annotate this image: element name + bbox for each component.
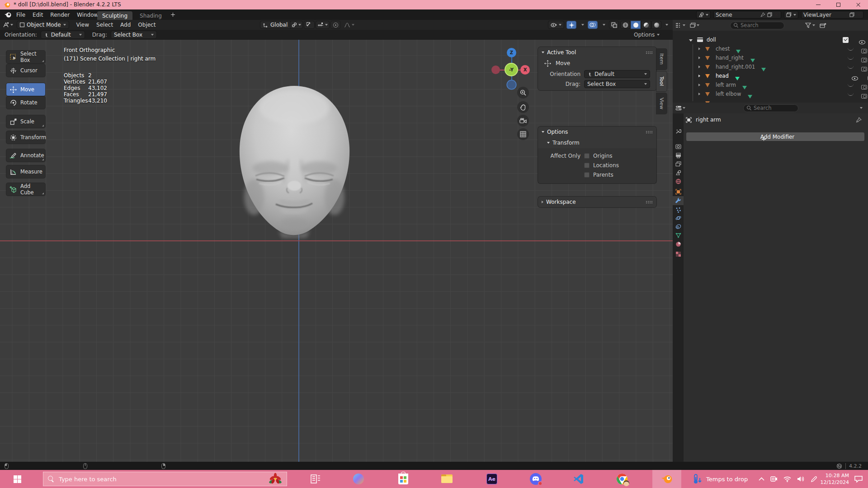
properties-tab-object[interactable]	[673, 187, 684, 196]
add-workspace-button[interactable]	[171, 12, 175, 18]
panel-orientation-dropdown[interactable]: Default	[584, 70, 650, 78]
editor-type-button[interactable]	[3, 22, 13, 28]
taskbar-app-discord[interactable]	[525, 470, 547, 488]
menu-edit[interactable]: Edit	[29, 9, 47, 20]
outliner-search-input[interactable]	[741, 22, 777, 28]
overlays-dropdown[interactable]	[599, 21, 609, 29]
outliner-display-mode-dropdown[interactable]	[690, 23, 699, 28]
taskbar-app-chrome[interactable]	[611, 470, 633, 488]
outliner-row-left-arm[interactable]: left arm	[673, 80, 868, 89]
zoom-button[interactable]	[517, 87, 529, 99]
start-button[interactable]	[6, 470, 28, 488]
tool-annotate[interactable]: Annotate	[6, 149, 45, 162]
tool-measure[interactable]: Measure	[6, 165, 45, 178]
taskbar-clock[interactable]: 10:28 AM 12/12/2024	[821, 472, 849, 486]
gizmo-z-negative[interactable]	[507, 80, 516, 89]
active-tool-panel-header[interactable]: Active Tool	[538, 47, 656, 58]
properties-tab-constraints[interactable]	[673, 222, 684, 231]
transform-subpanel-header[interactable]: Transform	[538, 137, 656, 148]
orientation-dropdown[interactable]: Default	[41, 31, 85, 39]
mode-dropdown[interactable]: Object Mode	[17, 21, 69, 29]
workspace-panel-header[interactable]: Workspace	[538, 197, 656, 207]
gizmo-y-negative-front[interactable]: -Y	[505, 64, 517, 75]
properties-tab-material[interactable]	[673, 239, 684, 249]
taskbar-app-file-explorer[interactable]	[436, 470, 458, 488]
remove-viewlayer-icon[interactable]	[857, 13, 861, 17]
visibility-eye-icon[interactable]	[859, 40, 865, 44]
viewport-canvas[interactable]: Select Box Cursor Move Rotate Scale Tran…	[0, 40, 673, 462]
shading-solid-button[interactable]	[631, 21, 641, 29]
expand-icon[interactable]	[698, 84, 700, 86]
drag-dots-icon[interactable]	[646, 131, 653, 134]
taskbar-app-blender[interactable]	[652, 470, 681, 488]
gizmo-z-positive[interactable]: Z	[507, 48, 516, 57]
outliner-filter-dropdown[interactable]	[805, 23, 815, 28]
origins-checkbox[interactable]	[584, 153, 590, 159]
gizmos-toggle[interactable]	[566, 21, 576, 29]
selectability-visibility-dropdown[interactable]	[548, 21, 564, 29]
tool-cursor[interactable]: Cursor	[6, 64, 45, 77]
sculpted-head-mesh[interactable]	[234, 84, 355, 240]
viewlayer-name-field[interactable]: ViewLayer	[801, 11, 863, 19]
tool-move[interactable]: Move	[6, 83, 45, 96]
pen-icon[interactable]	[811, 476, 817, 483]
hidden-eye-icon[interactable]	[848, 56, 854, 60]
view-menu[interactable]: View	[73, 20, 93, 30]
chevron-down-icon[interactable]	[860, 107, 863, 109]
new-scene-icon[interactable]	[767, 12, 772, 17]
add-menu[interactable]: Add	[117, 20, 134, 30]
expand-icon[interactable]	[698, 56, 700, 59]
taskbar-weather[interactable]: Temps to drop	[693, 470, 748, 488]
drag-dots-icon[interactable]	[646, 201, 653, 204]
taskbar-search-input[interactable]	[59, 476, 231, 483]
scene-name-field[interactable]: Scene	[713, 11, 781, 19]
taskbar-app-microsoft-store[interactable]	[392, 470, 414, 488]
tray-meet-now-icon[interactable]	[770, 475, 778, 483]
outliner-row-chest[interactable]: chest	[673, 44, 868, 53]
snap-settings-dropdown[interactable]	[316, 21, 330, 29]
taskbar-app-copilot[interactable]	[348, 470, 369, 488]
properties-tab-render[interactable]	[673, 142, 684, 151]
maximize-button[interactable]	[828, 0, 848, 9]
properties-tab-object-data[interactable]	[673, 231, 684, 240]
gizmos-dropdown[interactable]	[578, 21, 588, 29]
tool-add-cube[interactable]: Add Cube	[6, 183, 45, 196]
outliner-row-hand-right[interactable]: hand_right	[673, 53, 868, 62]
pin-icon[interactable]	[856, 117, 862, 123]
navigation-gizmo[interactable]: Z X -Y	[491, 47, 534, 90]
visibility-eye-icon[interactable]	[852, 76, 858, 80]
expand-icon[interactable]	[698, 75, 700, 77]
select-menu[interactable]: Select	[93, 20, 117, 30]
overlays-toggle[interactable]	[588, 21, 598, 29]
outliner-editor-type-button[interactable]	[675, 23, 685, 28]
properties-tab-view-layer[interactable]	[673, 160, 684, 169]
properties-tab-world[interactable]	[673, 177, 684, 186]
panel-drag-dropdown[interactable]: Select Box	[584, 80, 650, 88]
properties-tab-tool[interactable]	[673, 127, 684, 136]
render-camera-icon[interactable]	[861, 85, 867, 89]
render-camera-icon[interactable]	[861, 67, 867, 71]
properties-tab-output[interactable]	[673, 151, 684, 160]
expand-icon[interactable]	[698, 93, 700, 95]
properties-tab-scene[interactable]	[673, 168, 684, 177]
properties-editor-type-button[interactable]	[675, 105, 685, 111]
gizmo-x-positive[interactable]: X	[520, 65, 530, 75]
shading-rendered-button[interactable]	[651, 21, 661, 29]
add-modifier-button[interactable]: Add Modifier	[686, 132, 864, 141]
outliner-row-left-elbow[interactable]: left elbow	[673, 89, 868, 99]
shading-dropdown[interactable]	[662, 21, 672, 29]
shading-material-button[interactable]	[641, 21, 651, 29]
outliner-row-head[interactable]: head	[673, 71, 868, 80]
gizmo-x-negative[interactable]	[491, 66, 500, 74]
hidden-eye-icon[interactable]	[848, 47, 854, 51]
sidebar-tab-item[interactable]: Item	[656, 49, 667, 70]
render-camera-icon[interactable]	[861, 58, 867, 62]
expand-icon[interactable]	[698, 47, 700, 50]
close-button[interactable]	[848, 0, 868, 9]
render-camera-icon[interactable]	[861, 94, 867, 99]
new-collection-button[interactable]	[820, 23, 826, 28]
taskbar-app-vs-code[interactable]	[568, 470, 590, 488]
unlink-scene-icon[interactable]	[775, 13, 778, 17]
poinsettia-flower-icon[interactable]	[269, 473, 282, 485]
tool-select-box[interactable]: Select Box	[6, 51, 45, 63]
